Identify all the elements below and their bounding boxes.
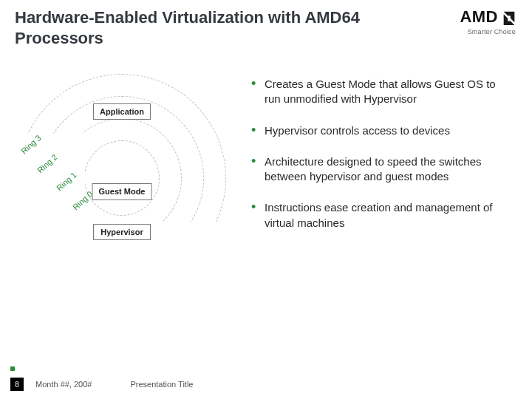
guest-mode-label: Guest Mode — [99, 187, 146, 197]
slide: Hardware-Enabled Virtualization with AMD… — [0, 0, 532, 399]
bullet-item: Hypervisor controls access to devices — [251, 123, 510, 138]
logo-text: AMD — [460, 7, 498, 27]
ring-0-circle — [84, 140, 160, 216]
application-box: Application — [93, 103, 151, 120]
bullet-item: Creates a Guest Mode that allows Guest O… — [251, 77, 510, 107]
bullet-item: Architecture designed to speed the switc… — [251, 154, 510, 185]
brand-logo: AMD Smarter Choice — [460, 7, 517, 35]
slide-body: Ring 3 Ring 2 Ring 1 Ring 0 Application … — [0, 74, 532, 362]
arrow-icon — [501, 9, 517, 25]
bullet-item: Instructions ease creation and managemen… — [251, 200, 510, 231]
logo-tagline: Smarter Choice — [468, 28, 516, 35]
slide-title: Hardware-Enabled Virtualization with AMD… — [15, 7, 399, 48]
ring-diagram: Ring 3 Ring 2 Ring 1 Ring 0 Application … — [0, 74, 244, 296]
header: Hardware-Enabled Virtualization with AMD… — [15, 7, 517, 48]
page-number: 8 — [10, 378, 24, 391]
footer-presentation-title: Presentation Title — [130, 380, 193, 389]
hypervisor-box: Hypervisor — [93, 224, 151, 240]
guest-mode-box: Guest Mode — [92, 183, 152, 200]
slide-footer: 8 Month ##, 200# Presentation Title — [0, 369, 532, 399]
footer-date: Month ##, 200# — [35, 380, 92, 389]
logo-row: AMD — [460, 7, 517, 27]
bullet-list: Creates a Guest Mode that allows Guest O… — [244, 74, 532, 362]
